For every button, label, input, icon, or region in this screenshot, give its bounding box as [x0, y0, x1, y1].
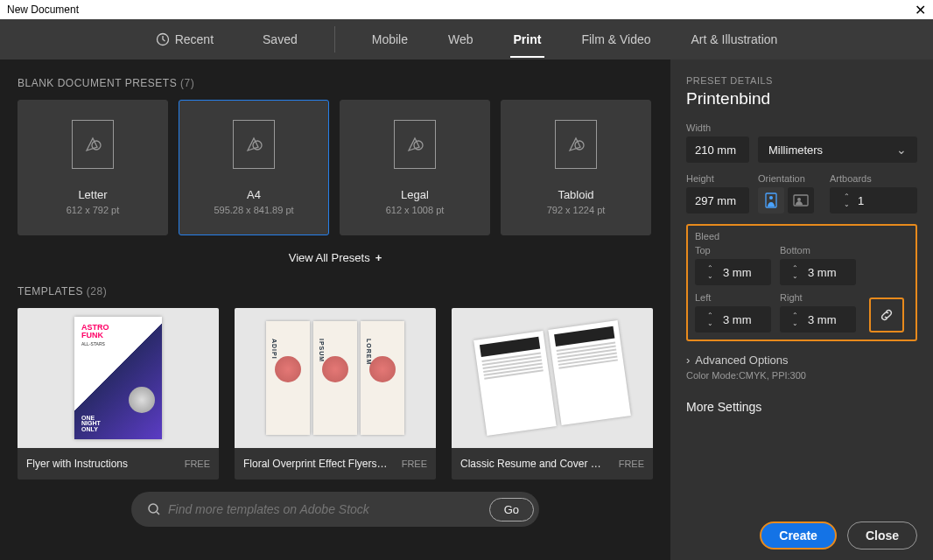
- stepper-down-icon[interactable]: ⌄: [838, 201, 854, 207]
- width-label: Width: [686, 122, 917, 133]
- link-icon: [879, 307, 894, 323]
- artboards-label: Artboards: [830, 173, 917, 184]
- svg-point-7: [769, 196, 773, 200]
- bleed-section: Bleed Top ⌃⌄3 mm Bottom ⌃⌄3 mm Left: [686, 224, 917, 341]
- title-bar: New Document ✕: [0, 0, 933, 19]
- presets-header: BLANK DOCUMENT PRESETS (7): [18, 77, 653, 89]
- template-thumbnail: ADIPIIPSUMLOREM: [235, 308, 436, 448]
- preset-legal[interactable]: Legal 612 x 1008 pt: [340, 100, 490, 235]
- link-bleed-button[interactable]: [869, 298, 904, 332]
- close-button[interactable]: Close: [847, 522, 917, 550]
- orientation-portrait[interactable]: [758, 187, 784, 214]
- view-all-presets[interactable]: View All Presets+: [18, 251, 653, 264]
- tab-separator: [334, 26, 335, 52]
- units-dropdown[interactable]: Millimeters ⌄: [758, 136, 917, 163]
- template-card[interactable]: ADIPIIPSUMLOREM Floral Overprint Effect …: [235, 308, 436, 480]
- bleed-left-field[interactable]: ⌃⌄3 mm: [695, 306, 771, 332]
- template-thumbnail: [452, 308, 653, 448]
- go-button[interactable]: Go: [489, 498, 534, 522]
- template-card[interactable]: ASTROFUNKALL-STARSONENIGHTONLY Flyer wit…: [18, 308, 219, 480]
- bleed-top-field[interactable]: ⌃⌄3 mm: [695, 259, 771, 285]
- tab-print[interactable]: Print: [510, 21, 545, 58]
- search-icon: [147, 502, 161, 516]
- close-icon[interactable]: ✕: [915, 2, 926, 18]
- bleed-right-field[interactable]: ⌃⌄3 mm: [780, 306, 856, 332]
- preset-a4[interactable]: A4 595.28 x 841.89 pt: [179, 100, 329, 235]
- tab-film-video[interactable]: Film & Video: [578, 21, 654, 58]
- category-tabs: Recent Saved Mobile Web Print Film & Vid…: [0, 19, 933, 60]
- svg-point-9: [797, 198, 801, 201]
- bleed-label: Bleed: [695, 231, 908, 242]
- tab-saved[interactable]: Saved: [259, 21, 301, 58]
- width-field[interactable]: 210 mm: [686, 136, 749, 163]
- preset-tabloid[interactable]: Tabloid 792 x 1224 pt: [501, 100, 651, 235]
- chevron-right-icon: ›: [686, 354, 690, 367]
- preset-details-header: PRESET DETAILS: [686, 75, 917, 86]
- clock-icon: [156, 32, 170, 46]
- height-label: Height: [686, 173, 749, 184]
- search-bar: Go: [131, 492, 539, 527]
- template-card[interactable]: Classic Resume and Cover Letter...FREE: [452, 308, 653, 480]
- orientation-landscape[interactable]: [788, 187, 814, 214]
- advanced-options-toggle[interactable]: › Advanced Options: [686, 354, 917, 367]
- orientation-label: Orientation: [758, 173, 821, 184]
- page-icon: [394, 120, 436, 169]
- stepper-up-icon[interactable]: ⌃: [838, 193, 854, 200]
- tab-art-illustration[interactable]: Art & Illustration: [688, 21, 782, 58]
- preset-name-field[interactable]: Printenbind: [686, 89, 917, 108]
- template-thumbnail: ASTROFUNKALL-STARSONENIGHTONLY: [18, 308, 219, 448]
- templates-header: TEMPLATES (28): [18, 285, 653, 298]
- more-settings[interactable]: More Settings: [686, 400, 917, 414]
- height-field[interactable]: 297 mm: [686, 187, 749, 214]
- search-input[interactable]: [168, 502, 489, 516]
- create-button[interactable]: Create: [760, 522, 837, 550]
- preset-letter[interactable]: Letter 612 x 792 pt: [18, 100, 168, 235]
- window-title: New Document: [7, 4, 79, 16]
- page-icon: [233, 120, 275, 169]
- artboards-field[interactable]: ⌃⌄ 1: [830, 187, 917, 214]
- plus-icon: +: [375, 251, 382, 264]
- color-mode-info: Color Mode:CMYK, PPI:300: [686, 370, 917, 381]
- tab-mobile[interactable]: Mobile: [368, 21, 411, 58]
- page-icon: [555, 120, 597, 169]
- bleed-bottom-field[interactable]: ⌃⌄3 mm: [780, 259, 856, 285]
- svg-point-5: [149, 504, 158, 513]
- chevron-down-icon: ⌄: [896, 143, 907, 157]
- tab-recent[interactable]: Recent: [152, 21, 217, 58]
- tab-web[interactable]: Web: [445, 21, 477, 58]
- page-icon: [72, 120, 114, 169]
